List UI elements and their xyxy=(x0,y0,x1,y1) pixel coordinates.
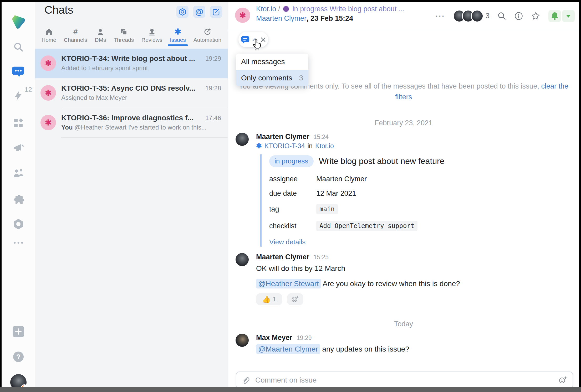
question-icon: ? xyxy=(13,352,24,362)
message-author[interactable]: Maarten Clymer xyxy=(256,253,309,261)
date-separator: February 23, 2021 xyxy=(228,119,579,127)
chats-actions: @ xyxy=(176,6,222,18)
chat-item-title: KTORIO-T-34: Write blog post about ... xyxy=(61,54,199,63)
team-icon xyxy=(12,168,24,179)
chat-item-time: 19:28 xyxy=(205,85,221,92)
message-author[interactable]: Max Meyer xyxy=(256,334,292,342)
project-link[interactable]: Ktor.io xyxy=(256,5,276,13)
megaphone-icon xyxy=(12,142,24,153)
info-icon[interactable] xyxy=(514,12,523,20)
extensions-nav[interactable] xyxy=(2,192,35,204)
comment-input[interactable] xyxy=(255,376,554,385)
clear-filters-link[interactable]: clear the xyxy=(541,82,569,90)
chat-item-subtitle: Assigned to Max Meyer xyxy=(61,94,221,101)
participants-cluster[interactable]: 3 xyxy=(453,10,490,22)
comment-composer[interactable] xyxy=(236,372,573,389)
assignee-link[interactable]: Maarten Clymer xyxy=(316,175,417,183)
issue-fields: assignee Maarten Clymer due date 12 Mar … xyxy=(269,175,568,231)
participants-count: 3 xyxy=(486,12,490,20)
tab-automation[interactable]: Automation xyxy=(193,26,221,46)
asterisk-icon: ✱ xyxy=(45,59,52,68)
comments-filter-icon xyxy=(241,35,250,44)
issue-avatar: ✱ xyxy=(235,8,250,23)
tab-dms[interactable]: DMs xyxy=(95,26,106,46)
thumbs-up-reaction[interactable]: 👍 1 xyxy=(256,293,282,305)
asterisk-icon: ✱ xyxy=(239,11,246,20)
issue-status: in progress xyxy=(293,5,328,13)
more-nav[interactable] xyxy=(2,241,35,245)
project-link[interactable]: Ktor.io xyxy=(315,142,334,150)
space-logo[interactable] xyxy=(2,15,35,29)
star-favorite-icon[interactable] xyxy=(531,11,541,21)
add-button[interactable] xyxy=(2,326,35,337)
max-avatar[interactable] xyxy=(236,334,249,347)
tab-home[interactable]: Home xyxy=(42,26,56,46)
asterisk-icon: ✱ xyxy=(45,88,52,97)
chat-item-subtitle: Added to February sprint sprint xyxy=(61,64,221,72)
issue-key-link[interactable]: KTORIO-T-34 xyxy=(264,142,305,150)
tab-channels[interactable]: # Channels xyxy=(64,26,87,46)
conversation-title-block: Ktor.io / in progress Write blog post ab… xyxy=(256,4,404,23)
new-message-button[interactable] xyxy=(210,6,222,18)
checklist-chip[interactable]: Add OpenTelemetry support xyxy=(316,221,417,231)
mention-maarten-clymer[interactable]: @Maarten Clymer xyxy=(256,344,320,354)
lightning-icon xyxy=(13,90,24,101)
conversation-subtitle: Maarten Clymer, 23 Feb 15:24 xyxy=(256,14,404,23)
person-icon xyxy=(96,28,104,36)
chat-settings-button[interactable] xyxy=(176,6,188,18)
tab-reviews[interactable]: Reviews xyxy=(141,26,162,46)
search-icon xyxy=(12,41,24,53)
dashboard-nav[interactable] xyxy=(2,117,35,129)
view-details-link[interactable]: View details xyxy=(269,238,568,246)
administration-nav[interactable] xyxy=(2,218,35,230)
clear-filters-link[interactable]: filters xyxy=(395,93,412,101)
issue-status-badge[interactable]: in progress xyxy=(269,155,314,167)
chat-item-subtitle: You @Heather Stewart I've started to wor… xyxy=(61,124,221,131)
message-author[interactable]: Maarten Clymer xyxy=(256,133,309,141)
todo-nav[interactable]: 12 xyxy=(2,90,35,102)
maarten-avatar[interactable] xyxy=(236,253,249,266)
menu-item-only-comments[interactable]: Only comments 3 xyxy=(236,70,308,86)
participant-avatar xyxy=(471,10,483,22)
list-divider xyxy=(61,137,228,138)
chat-list-item-ktorio-t-34[interactable]: ✱ KTORIO-T-34: Write blog post about ...… xyxy=(35,49,228,78)
notification-dropdown-button[interactable] xyxy=(562,10,575,22)
tag-chip[interactable]: main xyxy=(316,204,338,214)
issue-avatar: ✱ xyxy=(40,85,56,101)
conversation-panel: ✱ Ktor.io / in progress Write blog post … xyxy=(228,2,579,392)
add-reaction-button[interactable] xyxy=(287,293,303,305)
hexagon-settings-icon xyxy=(179,8,186,16)
help-button[interactable]: ? xyxy=(2,352,35,362)
search-icon[interactable] xyxy=(497,12,506,20)
app-window: 12 xyxy=(2,2,579,392)
message-time: 19:29 xyxy=(297,334,312,342)
menu-item-all-messages[interactable]: All messages xyxy=(236,54,308,70)
add-emoji-icon xyxy=(291,295,299,303)
tab-issues[interactable]: ✱ Issues xyxy=(170,26,186,46)
emoji-picker-icon[interactable] xyxy=(558,376,567,385)
mentions-button[interactable]: @ xyxy=(193,6,205,18)
teams-nav[interactable] xyxy=(2,168,35,179)
more-options-icon[interactable]: ⋯ xyxy=(435,11,445,22)
reactions-row: 👍 1 xyxy=(256,293,568,305)
plus-icon xyxy=(15,328,22,335)
message-text: @Heather Stewart Are you okay to review … xyxy=(256,279,568,288)
thumbs-up-icon: 👍 xyxy=(262,295,271,303)
search-nav[interactable] xyxy=(2,41,35,53)
chat-list-item-ktorio-t-35[interactable]: ✱ KTORIO-T-35: Async CIO DNS resolv... 1… xyxy=(35,78,228,108)
mention-heather-stewart[interactable]: @Heather Stewart xyxy=(256,279,321,288)
chat-item-time: 17:46 xyxy=(205,114,221,122)
conversation-header: ✱ Ktor.io / in progress Write blog post … xyxy=(228,2,579,30)
notifications-button[interactable] xyxy=(548,10,561,22)
chat-list-item-ktorio-t-36[interactable]: ✱ KTORIO-T-36: Improve diagnostics f... … xyxy=(35,108,228,138)
compose-icon xyxy=(212,8,220,16)
hexagon-nut-icon xyxy=(12,218,24,230)
tab-threads[interactable]: Threads xyxy=(114,26,134,46)
attach-file-icon[interactable] xyxy=(242,376,251,385)
announcements-nav[interactable] xyxy=(2,142,35,153)
chat-item-time: 19:29 xyxy=(205,55,221,62)
maarten-avatar[interactable] xyxy=(236,133,249,146)
author-link[interactable]: Maarten Clymer xyxy=(256,14,307,22)
chats-nav-active[interactable] xyxy=(2,65,35,78)
header-actions: ⋯ 3 xyxy=(435,2,575,30)
